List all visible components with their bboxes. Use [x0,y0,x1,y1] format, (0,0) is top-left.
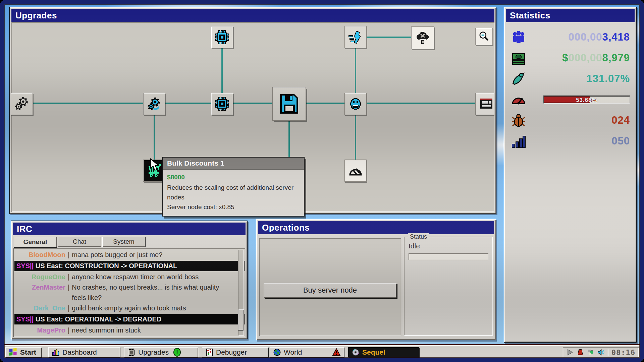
stat-rate-row: 131.07% [506,68,635,89]
windows-logo-icon [9,348,17,357]
bugs-value: 024 [611,114,630,126]
irc-titlebar: IRC [13,223,246,235]
chat-message: Dark_One | guild bank empty again who to… [14,303,245,313]
taskbar-button-debugger[interactable]: Debugger [202,347,268,357]
money-value: $000,008,979 [562,52,630,64]
dashboard-icon [52,348,60,356]
start-button[interactable]: Start [5,347,42,357]
upgrade-node-smiley[interactable] [344,93,367,115]
server-icon [479,97,494,111]
chat-text: anyone know respawn timer on world boss [72,272,226,282]
upgrade-tooltip: Bulk Discounts 1 $8000 Reduces the scali… [162,157,305,217]
cd-icon [352,348,360,356]
system-tray: 08:16 [563,347,639,357]
load-progress-bar: 53.68% [543,96,630,104]
statistics-panel: Statistics 000,003,418 $000,008,979 [504,7,637,343]
smiley-icon [348,97,363,111]
stat-population-row: 000,003,418 [506,27,635,48]
start-label: Start [20,348,36,356]
stat-load-row: 53.68% [506,89,635,110]
taskbar-clock: 08:16 [611,348,635,357]
floppy-icon [278,93,300,115]
tray-divider [608,349,608,356]
chat-message: BloodMoon | mana pots bugged or just me? [14,250,245,260]
statistics-titlebar: Statistics [506,9,635,22]
upgrade-node-server[interactable] [475,93,494,115]
upgrade-node-tree[interactable] [411,26,434,49]
operations-titlebar: Operations [258,221,494,234]
status-groupbox: Status Idle [404,237,493,336]
cpu-icon [215,97,229,111]
upgrades-taskbar-label: Upgrades [138,348,169,356]
population-value: 000,003,418 [569,31,630,43]
chat-nick: ZenMaster [14,282,65,293]
upgrade-node-gauge[interactable] [344,160,367,182]
upgrades-alert-badge: ! [173,348,181,357]
operations-window: Operations Buy server node Status Idle [256,219,496,340]
upgrade-node-gears-left[interactable] [11,93,33,115]
tab-system[interactable]: System [102,237,145,247]
rate-icon [511,71,526,86]
chat-log: BloodMoon | mana pots bugged or just me?… [13,248,245,337]
tab-general[interactable]: General [14,237,57,247]
zoom-out-icon [478,31,490,42]
taskbar-button-sequel[interactable]: Sequel [348,347,419,357]
upgrade-node-speed[interactable] [344,26,367,48]
chat-system-message: SYS|| US East: OPERATIONAL -> DEGRADED [14,314,245,324]
statistics-title: Statistics [510,10,550,21]
upgrade-node-floppy[interactable] [272,87,306,121]
chat-scrollbar-thumb[interactable] [238,309,244,330]
taskbar-button-dashboard[interactable]: Dashboard [48,347,120,357]
chat-message: RogueOne | anyone know respawn timer on … [14,272,245,282]
level-value: 050 [611,135,630,147]
chat-scrollbar[interactable] [238,250,244,336]
chat-message: ZenMaster | No crashes, no quest breaks.… [14,282,245,303]
cpu-icon [215,30,229,44]
tooltip-cost: $8000 [167,172,300,182]
chat-nick: RogueOne [14,272,65,282]
sprite-icon[interactable] [587,349,594,356]
population-icon [511,30,526,45]
buy-server-node-button[interactable]: Buy server node [264,283,396,298]
tooltip-effect: Server node cost: x0.85 [167,202,300,212]
debugger-label: Debugger [216,348,247,356]
zoom-out-button[interactable] [475,28,493,45]
gauge-icon [348,163,363,178]
taskbar-button-upgrades[interactable]: Upgrades ! [124,347,198,357]
operations-panel: Buy server node [259,238,401,336]
irc-title: IRC [17,224,32,234]
globe-icon [273,348,281,356]
rate-value: 131.07% [587,73,630,85]
stat-level-row: 050 [506,131,635,152]
mouse-cursor [150,158,160,172]
upgrades-titlebar: Upgrades [11,9,494,22]
irc-window: IRC General Chat System BloodMoon | mana… [11,221,248,339]
taskbar-button-world[interactable]: World [270,347,344,357]
upgrade-node-gear-cyan[interactable] [143,93,165,115]
taskbar: Start Dashboard Upgrades ! [4,345,640,358]
tooltip-title: Bulk Discounts 1 [163,158,304,170]
upgrade-node-cpu-top[interactable] [211,26,233,48]
desktop: Upgrades [0,0,644,362]
speed-icon [348,30,363,44]
load-bar-label: 53.68% [544,97,630,103]
status-group-label: Status [408,233,429,240]
tab-chat[interactable]: Chat [58,237,101,247]
status-progress-bar [409,253,488,260]
chat-text: No crashes, no quest breaks... is this w… [72,282,226,303]
stat-bugs-row: 024 [506,110,635,131]
upgrade-node-cpu-mid[interactable] [211,93,233,115]
play-icon[interactable] [566,349,574,356]
chat-nick: Dark_One [14,303,65,313]
bugs-icon [511,113,526,128]
chat-text: need summon im stuck [72,325,226,336]
upgrades-title: Upgrades [15,10,57,21]
lamp-icon[interactable] [577,349,584,356]
gear-cyan-icon [147,97,162,111]
warning-icon [332,348,341,357]
speaker-icon[interactable] [597,349,605,356]
chip-icon [127,348,136,356]
level-icon [511,134,526,148]
stat-money-row: $000,008,979 [506,48,635,68]
dashboard-label: Dashboard [62,348,97,356]
